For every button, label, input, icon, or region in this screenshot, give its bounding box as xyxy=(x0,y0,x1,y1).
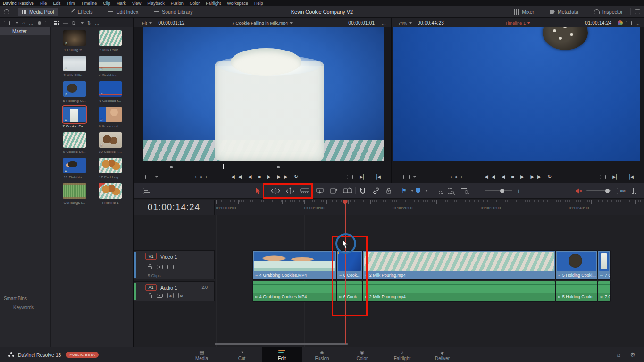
page-tab-deliver[interactable]: ▶Deliver xyxy=(422,347,462,362)
insert-clip-icon[interactable] xyxy=(315,183,325,198)
video-clip[interactable]: ∞6 Cook... xyxy=(337,251,362,279)
page-tab-cut[interactable]: ◔Cut xyxy=(222,347,262,362)
media-pool-item[interactable]: ♫12 End Log... xyxy=(92,158,128,183)
zoom-out-icon[interactable]: − xyxy=(475,183,479,198)
position-lock-icon[interactable] xyxy=(385,183,392,198)
zoom-in-icon[interactable]: + xyxy=(517,183,520,198)
clip-thumbnail[interactable]: ♫ xyxy=(63,132,86,148)
audio-clip[interactable]: ∞2 Milk Pouring.mp4 xyxy=(363,281,555,301)
page-tab-fusion[interactable]: ◈Fusion xyxy=(302,347,342,362)
page-tab-color[interactable]: ◉Color xyxy=(342,347,382,362)
lock-track-icon[interactable] xyxy=(148,295,152,298)
timeline-scrub-bar[interactable] xyxy=(392,164,644,170)
clip-thumbnail[interactable]: ♫ xyxy=(99,158,122,173)
page-tab-edit[interactable]: Edit xyxy=(262,347,302,362)
audio-track-badge[interactable]: A1 xyxy=(145,284,157,291)
menu-item[interactable]: Fairlight xyxy=(206,1,221,6)
jog-control[interactable]: ‹ ● › xyxy=(450,174,463,179)
mixer-toggle-icon[interactable] xyxy=(632,183,636,198)
media-pool-item[interactable]: ♫8 Kevin eati... xyxy=(92,107,128,132)
thumb-size-dot[interactable] xyxy=(38,21,41,25)
clip-thumbnail[interactable]: ♫ xyxy=(63,81,86,97)
clip-thumbnail[interactable]: ♫ xyxy=(63,30,86,46)
video-clip[interactable]: ∞2 Milk Pouring.mp4 xyxy=(363,251,555,279)
source-scrub-bar[interactable] xyxy=(134,164,391,170)
mixer-button[interactable]: Mixer xyxy=(510,8,538,16)
media-pool-item[interactable]: ♫5 Holding C... xyxy=(57,81,92,107)
trim-edit-mode-icon[interactable] xyxy=(270,183,281,198)
clip-thumbnail[interactable]: ♫ xyxy=(99,56,122,71)
media-pool-button[interactable]: Media Pool xyxy=(18,8,58,16)
video-track-name[interactable]: Video 1 xyxy=(160,254,177,260)
clip-thumbnail[interactable]: ♫ xyxy=(99,30,122,46)
transport-buttons[interactable]: ◀◀ ◀ ■ ▶ ▶▶ ↻ xyxy=(231,174,301,180)
video-clip[interactable]: ∞4 Grabbing Cookies.MP4 xyxy=(253,251,336,279)
sound-library-button[interactable]: Sound Library xyxy=(150,8,196,16)
keywords-label[interactable]: Keywords xyxy=(0,305,50,310)
audio-track-header[interactable]: A1 Audio 1 2.0 S M xyxy=(134,281,215,301)
clip-thumbnail[interactable]: ♫ xyxy=(63,158,86,173)
marker-color-chevron-icon[interactable] xyxy=(423,183,428,198)
next-edit-icon[interactable]: ▶▏ xyxy=(360,174,367,179)
smart-bins-label[interactable]: Smart Bins xyxy=(0,296,50,301)
marker-icon[interactable] xyxy=(416,183,420,198)
more-options-icon[interactable]: … xyxy=(95,20,100,25)
page-tab-media[interactable]: ▤Media xyxy=(182,347,222,362)
inspector-panel-toggle-icon[interactable] xyxy=(635,9,640,14)
selection-mode-icon[interactable] xyxy=(255,183,261,198)
media-pool-item[interactable]: ♫3 Milk Fillin... xyxy=(57,56,92,81)
sort-icon[interactable]: ⇅ xyxy=(87,20,91,25)
auto-select-icon[interactable] xyxy=(157,265,163,269)
audio-clip[interactable]: ∞4 Grabbing Cookies.MP4 xyxy=(253,281,336,301)
media-pool-item[interactable]: ♫11 Finishin... xyxy=(57,158,92,183)
thumbnail-view-icon[interactable] xyxy=(54,21,59,25)
video-track-badge[interactable]: V1 xyxy=(145,253,157,260)
timeline-playhead[interactable] xyxy=(345,200,346,344)
prev-edit-icon[interactable]: ▕◀ xyxy=(374,174,381,179)
menu-item[interactable]: Fusion xyxy=(171,1,184,6)
color-viewer-icon[interactable] xyxy=(618,20,623,25)
audio-level-slider[interactable] xyxy=(585,183,611,198)
menu-item[interactable]: Edit xyxy=(53,1,60,6)
edit-index-button[interactable]: Edit Index xyxy=(104,8,142,16)
media-pool-item[interactable]: ♫1 Pulling fr... xyxy=(57,30,92,56)
source-video-frame[interactable] xyxy=(143,27,384,161)
snapping-icon[interactable] xyxy=(359,183,367,198)
clip-thumbnail[interactable]: ♫ xyxy=(99,132,122,148)
media-pool-item[interactable]: ♫10 Cookie F... xyxy=(92,132,128,158)
home-icon[interactable]: ⌂ xyxy=(617,351,620,358)
bin-list-toggle-icon[interactable] xyxy=(4,21,10,25)
media-pool-item[interactable]: ♫7 Cookie Fa... xyxy=(57,107,92,132)
timeline-zoom-slider[interactable] xyxy=(485,183,513,198)
custom-zoom-icon[interactable] xyxy=(461,183,468,198)
transport-buttons[interactable]: ◀◀ ◀ ■ ▶ ▶▶ ↻ xyxy=(484,174,554,180)
media-pool-item[interactable]: Timeline 1 xyxy=(92,183,128,209)
viewer-mode-icon[interactable] xyxy=(145,175,158,179)
slate-icon[interactable] xyxy=(4,9,9,14)
flag-color-chevron-icon[interactable] xyxy=(409,183,414,198)
clip-color-icons[interactable]: ‹› xyxy=(22,21,25,25)
overwrite-clip-icon[interactable] xyxy=(329,183,338,198)
media-pool-item[interactable]: ♫2 Milk Pour... xyxy=(92,30,128,56)
metadata-button[interactable]: Metadata xyxy=(546,8,582,16)
mute-audio-icon[interactable] xyxy=(575,183,582,198)
prev-edit-icon[interactable]: ▕◀ xyxy=(627,174,634,179)
mute-button[interactable]: M xyxy=(178,293,184,298)
dynamic-trim-mode-icon[interactable] xyxy=(285,183,295,198)
replace-clip-icon[interactable] xyxy=(343,183,353,198)
timeline-video-frame[interactable] xyxy=(393,27,640,161)
menu-app-name[interactable]: DaVinci Resolve xyxy=(3,1,34,6)
timeline-name-select[interactable]: Timeline 1 xyxy=(392,20,644,25)
menu-item[interactable]: Mark xyxy=(117,1,126,6)
menu-item[interactable]: Clip xyxy=(103,1,110,6)
solo-button[interactable]: S xyxy=(167,293,174,298)
blade-edit-mode-icon[interactable] xyxy=(300,183,310,198)
effects-button[interactable]: Effects xyxy=(66,8,97,16)
auto-select-icon[interactable] xyxy=(157,294,163,298)
filmstrip-view-icon[interactable] xyxy=(45,21,50,25)
media-pool-item[interactable]: ♫6 Cookies f... xyxy=(92,81,128,107)
clip-thumbnail[interactable] xyxy=(99,183,122,199)
inspector-button[interactable]: Inspector xyxy=(590,8,627,16)
source-clip-name[interactable]: 7 Cookie Falling in Milk.mp4 xyxy=(134,20,391,25)
bin-master[interactable]: Master xyxy=(0,27,50,35)
